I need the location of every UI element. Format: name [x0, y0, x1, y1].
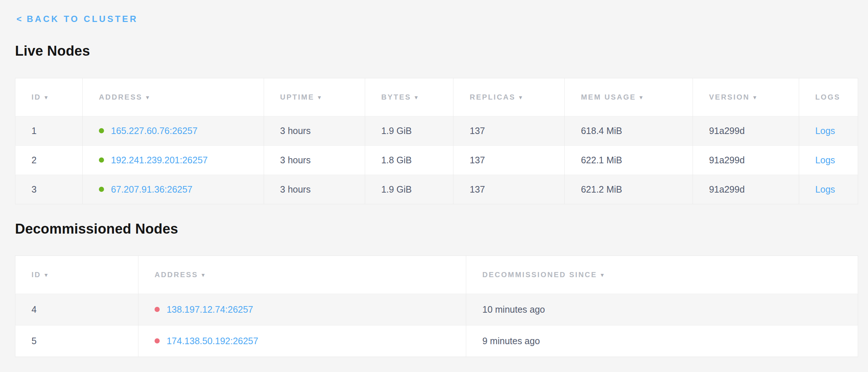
node-logs-cell: Logs: [799, 146, 858, 175]
column-header-replicas[interactable]: REPLICAS▾: [453, 78, 565, 116]
table-row: 2 192.241.239.201:26257 3 hours 1.8 GiB …: [15, 146, 858, 175]
decommissioned-status-dot-icon: [155, 307, 160, 312]
node-address-cell: 192.241.239.201:26257: [83, 146, 264, 175]
node-address-cell: 138.197.12.74:26257: [138, 294, 466, 326]
column-header-label: BYTES: [381, 93, 411, 101]
node-version-cell: 91a299d: [693, 116, 799, 146]
column-header-logs: LOGS: [799, 78, 858, 116]
column-header-label: ADDRESS: [99, 93, 142, 101]
node-list-page: <BACK TO CLUSTER Live Nodes ID▾ ADDRESS▾…: [0, 0, 868, 357]
node-logs-cell: Logs: [799, 175, 858, 204]
column-header-label: LOGS: [815, 93, 841, 101]
node-address-cell: 67.207.91.36:26257: [83, 175, 264, 204]
node-logs-cell: Logs: [799, 116, 858, 146]
decommissioned-nodes-table: ID▾ ADDRESS▾ DECOMMISSIONED SINCE▾ 4 138…: [15, 256, 858, 357]
live-nodes-header-row: ID▾ ADDRESS▾ UPTIME▾ BYTES▾ REPLICAS▾ ME…: [15, 78, 858, 116]
node-uptime-cell: 3 hours: [264, 146, 365, 175]
column-header-label: MEM USAGE: [581, 93, 636, 101]
column-header-id[interactable]: ID▾: [15, 256, 138, 294]
column-header-label: ID: [31, 93, 41, 101]
column-header-address[interactable]: ADDRESS▾: [138, 256, 466, 294]
sort-arrow-icon: ▾: [45, 94, 49, 101]
column-header-bytes[interactable]: BYTES▾: [365, 78, 453, 116]
logs-link[interactable]: Logs: [815, 126, 835, 136]
sort-arrow-icon: ▾: [146, 94, 150, 101]
sort-arrow-icon: ▾: [318, 94, 322, 101]
node-replicas-cell: 137: [453, 175, 565, 204]
node-id-cell: 2: [15, 146, 83, 175]
node-bytes-cell: 1.9 GiB: [365, 116, 453, 146]
node-address-link[interactable]: 165.227.60.76:26257: [111, 126, 197, 136]
decommissioned-since-cell: 9 minutes ago: [466, 326, 858, 357]
node-address-link[interactable]: 174.138.50.192:26257: [167, 336, 258, 346]
back-chevron-icon: <: [16, 14, 22, 24]
column-header-version[interactable]: VERSION▾: [693, 78, 799, 116]
decommissioned-nodes-title: Decommissioned Nodes: [15, 220, 858, 237]
column-header-uptime[interactable]: UPTIME▾: [264, 78, 365, 116]
node-uptime-cell: 3 hours: [264, 175, 365, 204]
column-header-decommissioned-since[interactable]: DECOMMISSIONED SINCE▾: [466, 256, 858, 294]
node-version-cell: 91a299d: [693, 146, 799, 175]
decommissioned-since-cell: 10 minutes ago: [466, 294, 858, 326]
node-mem-usage-cell: 621.2 MiB: [565, 175, 693, 204]
sort-arrow-icon: ▾: [519, 94, 523, 101]
column-header-id[interactable]: ID▾: [15, 78, 83, 116]
sort-arrow-icon: ▾: [640, 94, 644, 101]
live-status-dot-icon: [99, 187, 104, 192]
column-header-label: REPLICAS: [470, 93, 515, 101]
sort-arrow-icon: ▾: [601, 272, 605, 278]
decommissioned-status-dot-icon: [155, 338, 160, 343]
column-header-label: ADDRESS: [155, 271, 198, 279]
node-id-cell: 1: [15, 116, 83, 146]
node-id-cell: 5: [15, 326, 138, 357]
table-row: 3 67.207.91.36:26257 3 hours 1.9 GiB 137…: [15, 175, 858, 204]
node-id-cell: 4: [15, 294, 138, 326]
logs-link[interactable]: Logs: [815, 155, 835, 165]
node-replicas-cell: 137: [453, 116, 565, 146]
node-address-cell: 165.227.60.76:26257: [83, 116, 264, 146]
column-header-address[interactable]: ADDRESS▾: [83, 78, 264, 116]
node-address-link[interactable]: 192.241.239.201:26257: [111, 155, 208, 165]
back-link-label: BACK TO CLUSTER: [27, 14, 138, 24]
live-nodes-table: ID▾ ADDRESS▾ UPTIME▾ BYTES▾ REPLICAS▾ ME…: [15, 78, 858, 204]
column-header-label: UPTIME: [280, 93, 315, 101]
node-uptime-cell: 3 hours: [264, 116, 365, 146]
node-mem-usage-cell: 622.1 MiB: [565, 146, 693, 175]
sort-arrow-icon: ▾: [202, 272, 206, 278]
live-nodes-title: Live Nodes: [15, 42, 858, 59]
back-to-cluster-link[interactable]: <BACK TO CLUSTER: [16, 14, 138, 24]
table-row: 4 138.197.12.74:26257 10 minutes ago: [15, 294, 858, 326]
sort-arrow-icon: ▾: [45, 272, 49, 278]
logs-link[interactable]: Logs: [815, 184, 835, 194]
live-status-dot-icon: [99, 157, 104, 163]
node-address-cell: 174.138.50.192:26257: [138, 326, 466, 357]
sort-arrow-icon: ▾: [753, 94, 757, 101]
node-address-link[interactable]: 67.207.91.36:26257: [111, 184, 192, 194]
table-row: 5 174.138.50.192:26257 9 minutes ago: [15, 326, 858, 357]
decommissioned-header-row: ID▾ ADDRESS▾ DECOMMISSIONED SINCE▾: [15, 256, 858, 294]
node-bytes-cell: 1.9 GiB: [365, 175, 453, 204]
node-version-cell: 91a299d: [693, 175, 799, 204]
live-status-dot-icon: [99, 128, 104, 133]
column-header-label: DECOMMISSIONED SINCE: [482, 271, 597, 279]
node-mem-usage-cell: 618.4 MiB: [565, 116, 693, 146]
table-row: 1 165.227.60.76:26257 3 hours 1.9 GiB 13…: [15, 116, 858, 146]
column-header-mem-usage[interactable]: MEM USAGE▾: [565, 78, 693, 116]
node-address-link[interactable]: 138.197.12.74:26257: [167, 304, 253, 315]
node-id-cell: 3: [15, 175, 83, 204]
node-replicas-cell: 137: [453, 146, 565, 175]
node-bytes-cell: 1.8 GiB: [365, 146, 453, 175]
sort-arrow-icon: ▾: [415, 94, 419, 101]
column-header-label: ID: [31, 271, 41, 279]
column-header-label: VERSION: [709, 93, 750, 101]
